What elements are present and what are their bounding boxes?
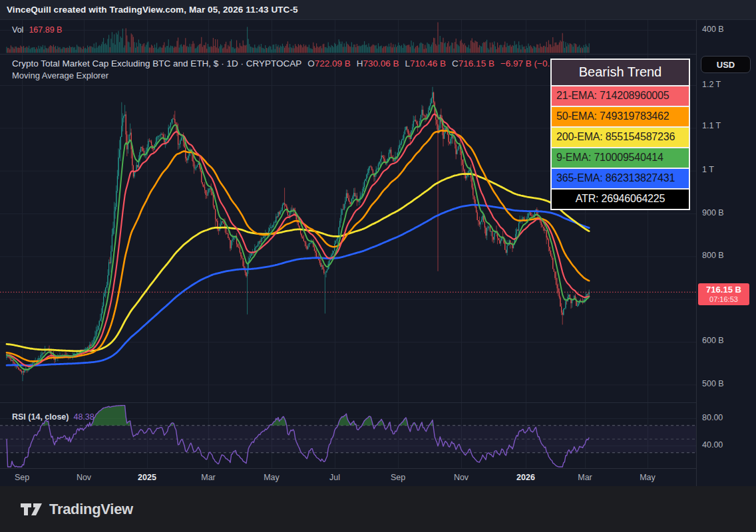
volume-value: 167.89 B — [29, 25, 62, 35]
symbol-line: Crypto Total Market Cap Excluding BTC an… — [12, 59, 571, 68]
symbol-title[interactable]: Crypto Total Market Cap Excluding BTC an… — [12, 59, 301, 68]
ohlc-pair: O722.09 B — [307, 59, 351, 68]
price-axis-label: 800 B — [702, 251, 724, 260]
time-axis-label: May — [264, 473, 280, 482]
last-price-value: 716.15 B — [698, 285, 749, 295]
ohlc-pair: C716.15 B — [452, 59, 494, 68]
price-axis-label: 1.1 T — [702, 121, 721, 130]
time-axis-label: Mar — [201, 473, 216, 482]
price-axis-label: 1 T — [702, 165, 714, 174]
rsi-indicator-label[interactable]: RSI (14, close) — [12, 412, 69, 422]
time-axis-label: Nov — [77, 473, 91, 482]
ohlc-key: C — [452, 59, 459, 68]
time-axis-label: Mar — [578, 473, 592, 482]
ohlc-key: L — [405, 59, 411, 68]
attribution-text: VinceQuill created with TradingView.com,… — [7, 5, 298, 15]
time-axis-label: Sep — [15, 473, 29, 482]
currency-toggle-button[interactable]: USD — [701, 56, 751, 73]
ohlc-value: 730.06 B — [363, 59, 399, 68]
bar-countdown: 07:16:53 — [698, 295, 749, 303]
tradingview-chart-window: VinceQuill created with TradingView.com,… — [0, 0, 756, 532]
9-ema-line — [7, 105, 589, 369]
footer-bar: TradingView — [0, 486, 756, 532]
ohlc-pair: L710.46 B — [405, 59, 447, 68]
candle-wicks-down — [8, 92, 588, 375]
ohlc-value: 716.15 B — [459, 59, 494, 68]
attribution-bar: VinceQuill created with TradingView.com,… — [0, 0, 756, 20]
time-axis-label: May — [640, 473, 656, 482]
rsi-legend: RSI (14, close) 48.38 — [12, 412, 94, 422]
volume-bars-up — [7, 27, 589, 53]
ohlc-pair: H730.06 B — [357, 59, 399, 68]
time-axis-label: Nov — [454, 473, 469, 482]
candle-bodies-down — [7, 92, 588, 372]
price-axis[interactable]: USD 716.15 B 07:16:53 400 B1.2 T1.1 T1 T… — [696, 0, 756, 486]
time-axis[interactable]: SepNov2025MarMayJulSepNov2026MarMay — [0, 468, 696, 486]
candle-wicks-up — [7, 87, 589, 382]
price-axis-label: 1.2 T — [702, 80, 721, 89]
ohlc-key: O — [307, 59, 315, 68]
ema-legend-rows: 21-EMA: 71420896000550-EMA: 749319783462… — [552, 85, 689, 209]
legend-row: 9-EMA: 710009540414 — [552, 147, 689, 168]
trend-status-label: Bearish Trend — [552, 60, 689, 85]
rsi-overbought-fill — [42, 406, 433, 426]
50-ema-line — [7, 130, 589, 361]
rsi-value: 48.38 — [73, 412, 94, 422]
200-ema-line — [7, 174, 589, 351]
tradingview-logo-icon — [20, 501, 43, 518]
legend-row: 200-EMA: 855154587236 — [552, 126, 689, 147]
legend-row: 365-EMA: 862313827431 — [552, 168, 689, 188]
legend-row: 50-EMA: 749319783462 — [552, 106, 689, 126]
tradingview-logo[interactable]: TradingView — [20, 501, 133, 518]
price-axis-label: 600 B — [702, 336, 724, 345]
price-axis-label: 80.00 — [702, 413, 723, 422]
ohlc-value: 710.46 B — [410, 59, 446, 68]
time-axis-label: Jul — [329, 473, 340, 482]
indicator-title[interactable]: Moving Average Explorer — [12, 70, 108, 80]
price-axis-label: 500 B — [702, 379, 724, 388]
volume-indicator-label[interactable]: Vol — [12, 25, 23, 35]
time-axis-label: 2025 — [138, 473, 156, 482]
time-axis-label: 2026 — [516, 473, 535, 482]
last-price-tag: 716.15 B 07:16:53 — [698, 283, 749, 305]
tradingview-wordmark: TradingView — [49, 501, 133, 518]
legend-row: ATR: 26946064225 — [552, 188, 689, 209]
legend-row: 21-EMA: 714208960005 — [552, 85, 689, 106]
price-axis-label: 900 B — [702, 208, 724, 217]
candle-bodies-up — [6, 92, 589, 372]
volume-legend: Vol 167.89 B — [12, 25, 62, 35]
ema-legend-table[interactable]: Bearish Trend 21-EMA: 71420896000550-EMA… — [550, 59, 690, 210]
ohlc-values: O722.09 BH730.06 BL710.46 BC716.15 B — [307, 59, 494, 68]
price-axis-label: 400 B — [702, 25, 724, 34]
price-axis-label: 40.00 — [702, 440, 723, 450]
time-axis-label: Sep — [391, 473, 405, 482]
ohlc-value: 722.09 B — [315, 59, 351, 68]
